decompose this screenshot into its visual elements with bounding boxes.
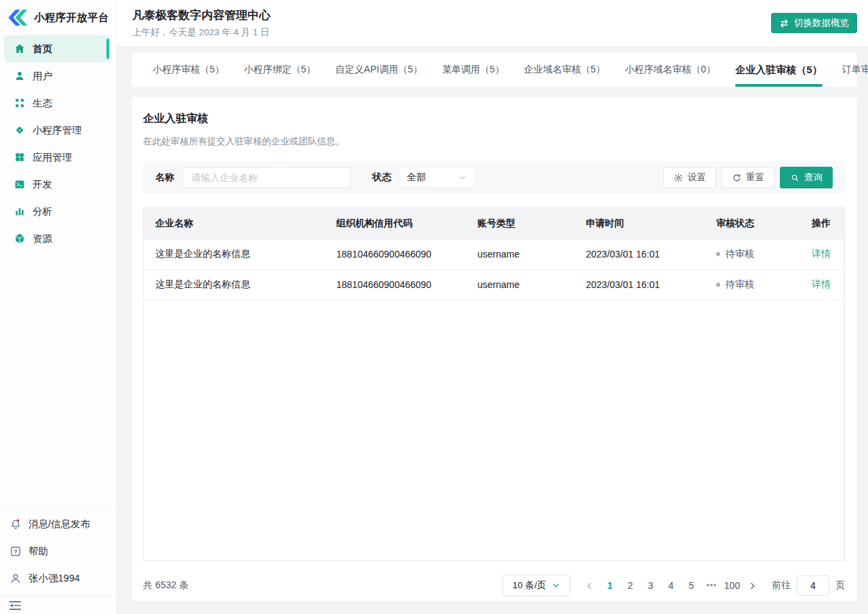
bar-chart-icon — [14, 205, 26, 218]
sidebar-item-ecosystem[interactable]: 生态 — [4, 89, 111, 117]
chevron-down-icon — [458, 173, 467, 182]
filter-bar: 名称 状态 全部 设置 — [143, 161, 845, 194]
swap-arrows-icon — [779, 19, 789, 28]
status-filter-label: 状态 — [372, 171, 391, 184]
enterprise-entry-audit-panel: 企业入驻审核 在此处审核所有提交入驻审核的企业或团队信息。 名称 状态 全部 — [132, 97, 857, 601]
user-profile-icon — [9, 572, 22, 584]
sidebar-item-label: 分析 — [33, 205, 52, 218]
sidebar-item-app-management[interactable]: 应用管理 — [4, 144, 111, 171]
goto-label: 前往 — [772, 579, 791, 592]
page-title: 凡泰极客数字内容管理中心 — [132, 7, 271, 23]
sidebar-item-label: 帮助 — [28, 545, 48, 558]
status-select[interactable]: 全部 — [399, 167, 474, 188]
column-account-type: 账号类型 — [466, 218, 574, 230]
sidebar-item-analytics[interactable]: 分析 — [4, 198, 111, 225]
grid-icon — [14, 151, 26, 163]
tab-custom-api-call[interactable]: 自定义API调用（5） — [336, 53, 422, 87]
cell-apply-time: 2023/03/01 16:01 — [574, 279, 705, 290]
main-area: 凡泰极客数字内容管理中心 上午好，今天是 2023 年 4 月 1 日 切换数据… — [117, 0, 868, 614]
status-select-value: 全部 — [407, 171, 426, 184]
tab-menu-call[interactable]: 菜单调用（5） — [442, 53, 505, 87]
bell-notification-icon — [9, 518, 22, 530]
user-icon — [14, 70, 26, 82]
page-button[interactable]: 4 — [661, 575, 681, 596]
column-enterprise-name: 企业名称 — [144, 218, 325, 230]
total-count: 共 6532 条 — [143, 579, 189, 592]
sidebar-item-label: 首页 — [33, 43, 52, 56]
tab-order-audit[interactable]: 订单审核（0） — [842, 53, 868, 87]
table-empty-area — [144, 300, 844, 560]
sidebar-item-label: 张小强1994 — [28, 572, 80, 585]
cell-enterprise-name: 这里是企业的名称信息 — [144, 279, 325, 291]
tab-enterprise-domain-audit[interactable]: 企业域名审核（5） — [524, 53, 606, 87]
column-audit-status: 审核状态 — [705, 218, 800, 230]
dots-grid-icon — [14, 97, 26, 109]
sidebar-item-label: 资源 — [33, 232, 52, 245]
sidebar-item-resources[interactable]: 资源 — [4, 225, 111, 252]
sidebar-item-messages[interactable]: 消息/信息发布 — [0, 510, 117, 537]
sidebar-item-label: 用户 — [33, 70, 52, 83]
chevron-right-icon[interactable] — [743, 575, 762, 596]
chevron-down-icon — [552, 581, 560, 590]
sidebar-item-development[interactable]: 开发 — [4, 171, 111, 198]
table-header-row: 企业名称 组织机构信用代码 账号类型 申请时间 审核状态 操作 — [144, 208, 844, 239]
page-button[interactable]: 100 — [722, 575, 742, 596]
sidebar-item-home[interactable]: 首页 — [4, 35, 111, 62]
page-size-select[interactable]: 10 条/页 — [502, 575, 570, 596]
chevron-left-icon[interactable] — [580, 575, 599, 596]
cell-apply-time: 2023/03/01 16:01 — [574, 249, 705, 260]
sidebar-item-label: 小程序管理 — [33, 124, 82, 137]
status-dot-icon — [716, 252, 720, 256]
sidebar-item-label: 生态 — [33, 97, 52, 110]
cell-credit-code: 188104660900466090 — [325, 279, 466, 290]
content-area: 小程序审核（5） 小程序绑定（5） 自定义API调用（5） 菜单调用（5） 企业… — [117, 46, 868, 614]
company-name-input[interactable] — [182, 167, 351, 188]
page-button[interactable]: 2 — [620, 575, 640, 596]
settings-button[interactable]: 设置 — [663, 167, 716, 188]
tab-miniapp-binding[interactable]: 小程序绑定（5） — [244, 53, 316, 87]
more-pages-icon[interactable]: ••• — [702, 575, 722, 596]
sidebar-item-miniapp-management[interactable]: 小程序管理 — [4, 117, 111, 144]
sidebar-item-profile[interactable]: 张小强1994 — [0, 565, 117, 592]
table-row: 这里是企业的名称信息 188104660900466090 username 2… — [144, 270, 844, 300]
collapse-icon — [9, 600, 22, 611]
page-button[interactable]: 1 — [600, 575, 620, 596]
goto-page-input[interactable] — [797, 575, 829, 596]
audit-table: 企业名称 组织机构信用代码 账号类型 申请时间 审核状态 操作 这里是企业的名称… — [143, 207, 845, 561]
panel-title: 企业入驻审核 — [143, 112, 845, 126]
app-window: 小程序开放平台 首页 用户 生态 — [0, 0, 868, 614]
sidebar-item-label: 消息/信息发布 — [28, 518, 90, 531]
detail-link[interactable]: 详情 — [812, 279, 831, 289]
cube-icon — [14, 232, 26, 245]
collapse-sidebar-button[interactable] — [0, 596, 117, 614]
diamond-icon — [14, 124, 26, 136]
search-icon — [790, 173, 800, 183]
sidebar-item-help[interactable]: ? 帮助 — [0, 537, 117, 565]
tab-bar: 小程序审核（5） 小程序绑定（5） 自定义API调用（5） 菜单调用（5） 企业… — [132, 53, 857, 87]
sidebar-bottom-section: 消息/信息发布 ? 帮助 张小强1994 — [0, 506, 117, 596]
tab-miniapp-audit[interactable]: 小程序审核（5） — [153, 53, 224, 87]
column-apply-time: 申请时间 — [574, 218, 705, 230]
goto-suffix: 页 — [835, 579, 845, 592]
cell-account-type: username — [466, 279, 574, 290]
gear-icon — [673, 173, 684, 183]
sidebar: 小程序开放平台 首页 用户 生态 — [0, 0, 117, 614]
page-button[interactable]: 3 — [641, 575, 660, 596]
search-button[interactable]: 查询 — [780, 167, 833, 188]
status-dot-icon — [716, 283, 720, 287]
page-subtitle: 上午好，今天是 2023 年 4 月 1 日 — [132, 26, 271, 39]
column-credit-code: 组织机构信用代码 — [325, 218, 466, 230]
cell-enterprise-name: 这里是企业的名称信息 — [144, 248, 325, 260]
help-icon: ? — [9, 545, 22, 557]
page-button[interactable]: 5 — [682, 575, 701, 596]
tab-enterprise-entry-audit[interactable]: 企业入驻审核（5） — [735, 53, 822, 87]
detail-link[interactable]: 详情 — [812, 248, 831, 259]
sidebar-item-users[interactable]: 用户 — [4, 62, 111, 89]
column-actions: 操作 — [800, 218, 844, 230]
table-row: 这里是企业的名称信息 188104660900466090 username 2… — [144, 239, 844, 270]
tab-miniapp-domain-audit[interactable]: 小程序域名审核（0） — [625, 53, 716, 87]
reset-button[interactable]: 重置 — [722, 167, 774, 188]
terminal-icon — [14, 178, 26, 190]
cell-account-type: username — [466, 249, 574, 260]
switch-data-overview-button[interactable]: 切换数据概览 — [771, 13, 857, 33]
